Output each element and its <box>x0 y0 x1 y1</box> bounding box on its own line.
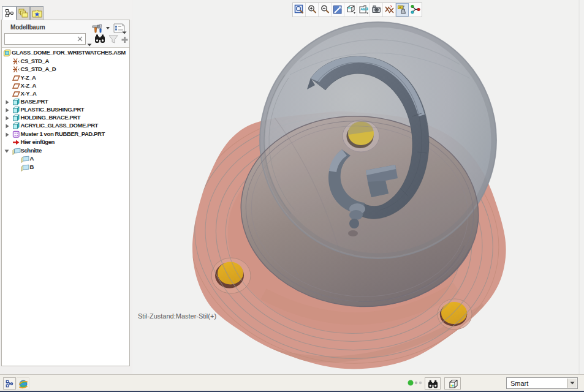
svg-text:AB: AB <box>360 7 366 11</box>
